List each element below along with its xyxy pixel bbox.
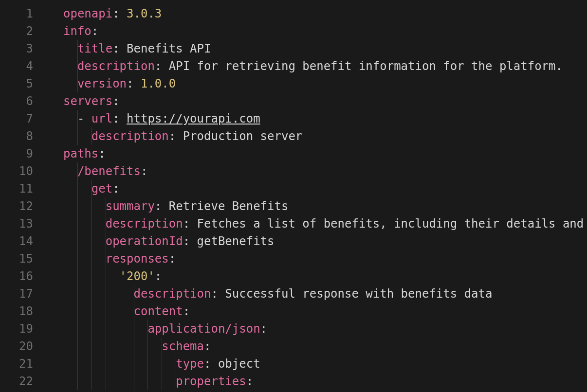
indent-guide bbox=[106, 267, 106, 285]
indent-guide bbox=[106, 285, 106, 303]
url-link[interactable]: https://yourapi.com bbox=[127, 112, 260, 125]
indent-guide bbox=[92, 320, 92, 338]
code-line[interactable]: content: bbox=[46, 303, 587, 320]
yaml-value: Retrieve Benefits bbox=[169, 199, 289, 213]
indent-guide bbox=[77, 355, 78, 373]
code-line[interactable]: paths: bbox=[46, 145, 587, 162]
code-line[interactable]: get: bbox=[46, 180, 587, 197]
code-line[interactable]: application/json: bbox=[46, 320, 587, 338]
indent-guide bbox=[92, 180, 92, 197]
indent-guide bbox=[77, 267, 78, 285]
indent-guide bbox=[162, 355, 162, 373]
line-number: 19 bbox=[0, 320, 33, 338]
code-editor[interactable]: 12345678910111213141516171819202122 open… bbox=[0, 0, 587, 392]
indent-guide bbox=[77, 215, 78, 232]
code-line[interactable]: properties: bbox=[46, 373, 587, 390]
line-number: 11 bbox=[0, 180, 33, 197]
indent-guide bbox=[92, 338, 92, 355]
yaml-value: Benefits API bbox=[127, 42, 211, 55]
code-line[interactable]: - url: https://yourapi.com bbox=[46, 110, 587, 127]
yaml-key: description bbox=[106, 217, 183, 231]
line-number: 17 bbox=[0, 285, 33, 303]
yaml-dash: - bbox=[77, 112, 92, 125]
indent-guide bbox=[77, 57, 78, 75]
yaml-punct: : bbox=[183, 304, 190, 318]
indent-guide bbox=[77, 373, 78, 390]
yaml-punct: : bbox=[112, 7, 127, 20]
yaml-value: Production server bbox=[183, 129, 303, 143]
indent-guide bbox=[120, 267, 120, 285]
code-line[interactable]: type: object bbox=[46, 355, 587, 373]
indent-guide bbox=[92, 232, 92, 250]
code-line[interactable]: info: bbox=[46, 22, 587, 40]
code-line[interactable]: responses: bbox=[46, 250, 587, 267]
indent-guide bbox=[106, 338, 106, 355]
indent-guide bbox=[106, 373, 106, 390]
line-number: 16 bbox=[0, 267, 33, 285]
yaml-punct: : bbox=[204, 357, 218, 371]
yaml-punct: : bbox=[169, 252, 176, 266]
indent-guide bbox=[106, 320, 106, 338]
indent-guide bbox=[92, 267, 92, 285]
indent-guide bbox=[106, 215, 106, 232]
indent-guide bbox=[77, 110, 78, 127]
line-number: 6 bbox=[0, 92, 33, 110]
code-line[interactable]: description: Successful response with be… bbox=[46, 285, 587, 303]
code-line[interactable]: operationId: getBenefits bbox=[46, 232, 587, 250]
indent-guide bbox=[77, 303, 78, 320]
code-line[interactable]: description: Fetches a list of benefits,… bbox=[46, 215, 587, 232]
code-line[interactable]: description: Production server bbox=[46, 127, 587, 145]
yaml-punct: : bbox=[260, 322, 267, 336]
code-line[interactable]: summary: Retrieve Benefits bbox=[46, 197, 587, 215]
yaml-punct: : bbox=[141, 164, 147, 178]
yaml-value: Fetches a list of benefits, including th… bbox=[197, 217, 587, 231]
code-line[interactable]: /benefits: bbox=[46, 162, 587, 180]
indent-guide bbox=[120, 320, 120, 338]
indent-guide bbox=[147, 355, 148, 373]
line-number: 1 bbox=[0, 5, 33, 22]
indent-guide bbox=[176, 355, 176, 373]
line-number: 12 bbox=[0, 197, 33, 215]
yaml-punct: : bbox=[169, 129, 183, 143]
indent-guide bbox=[106, 355, 106, 373]
line-number: 7 bbox=[0, 110, 33, 127]
yaml-number: 1.0.0 bbox=[141, 77, 176, 90]
yaml-number: '200' bbox=[120, 269, 155, 283]
yaml-number: 3.0.3 bbox=[127, 7, 162, 20]
code-line[interactable]: '200': bbox=[46, 267, 587, 285]
indent-guide bbox=[77, 40, 78, 57]
code-line[interactable]: servers: bbox=[46, 92, 587, 110]
code-line[interactable]: title: Benefits API bbox=[46, 40, 587, 57]
indent-guide bbox=[120, 303, 120, 320]
yaml-key: description bbox=[134, 287, 211, 301]
code-line[interactable]: description: API for retrieving benefit … bbox=[46, 57, 587, 75]
indent-guide bbox=[134, 303, 134, 320]
indent-guide bbox=[134, 373, 134, 390]
line-number: 22 bbox=[0, 373, 33, 390]
indent-guide bbox=[162, 373, 162, 390]
code-line[interactable]: version: 1.0.0 bbox=[46, 75, 587, 92]
indent-guide bbox=[147, 338, 148, 355]
indent-guide bbox=[77, 250, 78, 267]
indent-guide bbox=[120, 373, 120, 390]
yaml-key: version bbox=[77, 77, 127, 90]
yaml-key: url bbox=[92, 112, 112, 125]
indent-guide bbox=[147, 320, 148, 338]
yaml-punct: : bbox=[204, 339, 211, 353]
line-number: 18 bbox=[0, 303, 33, 320]
yaml-punct: : bbox=[155, 269, 162, 283]
indent-guide bbox=[77, 127, 78, 145]
line-number: 21 bbox=[0, 355, 33, 373]
indent-guide bbox=[92, 127, 92, 145]
code-line[interactable]: openapi: 3.0.3 bbox=[46, 5, 587, 22]
indent-guide bbox=[77, 232, 78, 250]
line-number: 15 bbox=[0, 250, 33, 267]
yaml-value: API for retrieving benefit information f… bbox=[169, 59, 563, 73]
indent-guide bbox=[77, 320, 78, 338]
yaml-punct: : bbox=[183, 217, 197, 231]
code-line[interactable]: schema: bbox=[46, 338, 587, 355]
line-number: 2 bbox=[0, 22, 33, 40]
yaml-key: paths bbox=[63, 147, 98, 160]
indent-guide bbox=[120, 338, 120, 355]
code-area[interactable]: openapi: 3.0.3info: title: Benefits API … bbox=[46, 0, 587, 392]
